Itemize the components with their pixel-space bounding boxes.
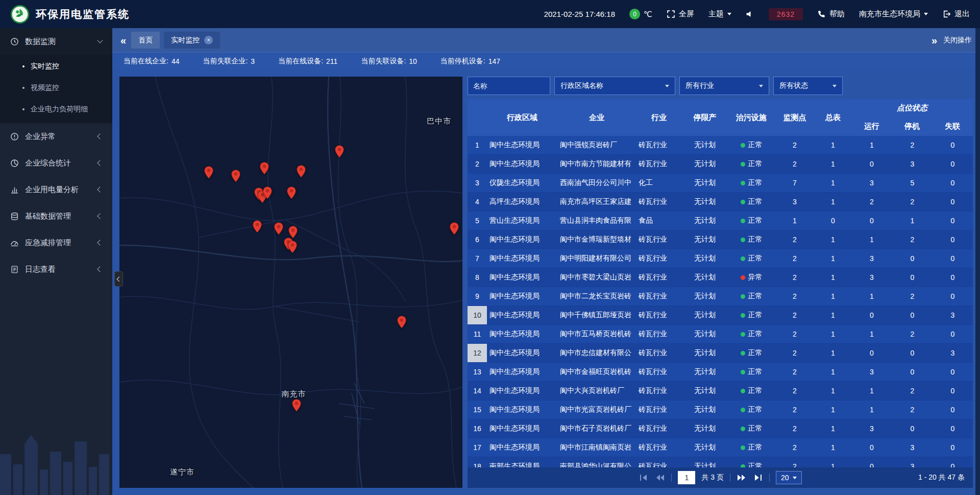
page-size-select[interactable]: 20	[776, 471, 802, 484]
sidebar-item-label: 企业综合统计	[25, 158, 98, 168]
fullscreen-button[interactable]: 全屏	[667, 9, 694, 19]
map-pin-icon[interactable]	[253, 220, 262, 233]
table-row[interactable]: 18南部生态环境局南部县鸿华山河有限公砖瓦行业无计划正常21030	[468, 457, 973, 467]
tab-1[interactable]: 实时监控×	[164, 32, 220, 49]
theme-dropdown[interactable]: 主题	[708, 9, 731, 19]
sidebar-subitem-2[interactable]: 企业电力负荷明细	[0, 99, 112, 120]
cell-facility: 正常	[728, 136, 775, 154]
map[interactable]: 巴中市南充市遂宁市	[119, 77, 462, 488]
map-pin-icon[interactable]	[397, 316, 407, 328]
help-label: 帮助	[829, 9, 845, 19]
cell-company: 阆中大兴页岩机砖厂	[557, 382, 636, 400]
map-pin-icon[interactable]	[288, 226, 298, 239]
cell-monitor-points: 2	[775, 306, 815, 324]
table-row[interactable]: 12阆中生态环境局阆中市忠信建材有限公砖瓦行业无计划正常21003	[468, 344, 973, 363]
sidebar-item-1[interactable]: 企业异常	[0, 123, 112, 150]
table-row[interactable]: 16阆中生态环境局阆中市石子页岩机砖厂砖瓦行业无计划正常21300	[468, 419, 973, 438]
status-dot	[741, 427, 745, 431]
table-row[interactable]: 14阆中生态环境局阆中大兴页岩机砖厂砖瓦行业无计划正常21120	[468, 382, 973, 400]
map-pin-icon[interactable]	[204, 166, 213, 179]
sidebar-subitem-0[interactable]: 实时监控	[0, 56, 112, 77]
sidebar-subitem-1[interactable]: 视频监控	[0, 77, 112, 99]
tab-0[interactable]: 首页	[131, 32, 160, 49]
cell-total-meter: 0	[815, 211, 851, 230]
table-row[interactable]: 3仪陇生态环境局西南油气田分公司川中化工无计划正常71350	[468, 174, 973, 193]
status-dot	[741, 181, 745, 185]
sidebar-item-3[interactable]: 企业用电量分析	[0, 176, 112, 203]
next-page-button[interactable]	[737, 474, 747, 481]
table-row[interactable]: 10阆中生态环境局阆中千佛镇五郎垭页岩砖瓦行业无计划正常21003	[468, 306, 973, 325]
sidebar-item-4[interactable]: 基础数据管理	[0, 203, 112, 229]
map-pin-icon[interactable]	[262, 186, 272, 199]
map-pin-icon[interactable]	[449, 222, 459, 235]
map-pin-icon[interactable]	[335, 145, 345, 158]
cell-industry: 食品	[636, 211, 682, 230]
tab-close-icon[interactable]: ×	[204, 36, 213, 44]
tab-scroll-right-icon[interactable]: »	[932, 35, 937, 45]
table-row[interactable]: 5营山生态环境局营山县润丰肉食品有限食品无计划正常10010	[468, 211, 973, 230]
speaker-icon[interactable]	[746, 10, 754, 18]
datetime-label: 2021-02-25 17:46:18	[544, 10, 615, 18]
table-row[interactable]: 17阆中生态环境局阆中市江南镇阆南页岩砖瓦行业无计划正常21030	[468, 438, 973, 457]
status-dot	[741, 332, 745, 337]
tab-scroll-left-icon[interactable]: «	[120, 35, 126, 45]
table-row[interactable]: 6阆中生态环境局阆中市金博瑞新型墙材砖瓦行业无计划正常21120	[468, 230, 973, 249]
skyline-decoration	[0, 423, 112, 495]
close-operations-button[interactable]: » 关闭操作	[932, 35, 972, 45]
industry-filter-select[interactable]: 所有行业	[679, 77, 769, 95]
page-number-input[interactable]	[678, 471, 695, 484]
table-row[interactable]: 4高坪生态环境局南充市高坪区王家店建砖瓦行业无计划正常31220	[468, 193, 973, 211]
cell-monitor-points: 2	[775, 249, 815, 268]
table-row[interactable]: 8阆中生态环境局阆中市枣碧大梁山页岩砖瓦行业无计划异常21300	[468, 268, 973, 287]
name-filter-input[interactable]	[468, 77, 550, 95]
cell-monitor-points: 2	[775, 419, 815, 438]
map-pin-icon[interactable]	[288, 241, 298, 253]
sidebar-group: 企业用电量分析	[0, 176, 112, 203]
sidebar-item-0[interactable]: 数据监测	[0, 28, 112, 55]
cell-lost: 3	[933, 306, 973, 324]
map-pin-icon[interactable]	[274, 222, 283, 235]
cell-total-meter: 1	[815, 363, 851, 381]
table-row[interactable]: 2阆中生态环境局阆中市南方节能建材有砖瓦行业无计划正常21030	[468, 155, 973, 174]
table-row[interactable]: 13阆中生态环境局阆中市金福旺页岩机砖砖瓦行业无计划正常21300	[468, 363, 973, 382]
status-filter-select[interactable]: 所有状态	[773, 77, 843, 95]
table-row[interactable]: 1阆中生态环境局阆中强锐页岩砖厂砖瓦行业无计划正常21120	[468, 136, 973, 155]
prev-page-button[interactable]	[655, 474, 665, 481]
region-filter-select[interactable]: 行政区域名称	[554, 77, 675, 95]
help-button[interactable]: 帮助	[817, 9, 845, 19]
facility-status-label: 正常	[748, 235, 763, 244]
last-page-button[interactable]	[753, 474, 763, 481]
scrollbar-track[interactable]	[975, 28, 980, 495]
sidebar-item-6[interactable]: 日志查看	[0, 256, 112, 282]
sidebar-item-5[interactable]: 应急减排管理	[0, 229, 112, 256]
cell-facility: 正常	[728, 363, 775, 381]
cell-stop-limit: 无计划	[682, 419, 728, 438]
map-pin-icon[interactable]	[259, 162, 269, 175]
table-row[interactable]: 15阆中生态环境局阆中市光富页岩机砖厂砖瓦行业无计划正常21120	[468, 400, 973, 419]
org-dropdown[interactable]: 南充市生态环境局	[859, 9, 928, 19]
first-page-button[interactable]	[639, 474, 649, 481]
sidebar-item-2[interactable]: 企业综合统计	[0, 150, 112, 176]
map-collapse-button[interactable]	[114, 271, 123, 287]
cell-total-meter: 1	[815, 287, 851, 305]
sidebar-group: 日志查看	[0, 256, 112, 282]
theme-label: 主题	[708, 9, 724, 19]
cell-stop: 3	[892, 457, 933, 467]
cell-stop-limit: 无计划	[682, 457, 728, 467]
cell-stop: 2	[892, 136, 933, 154]
cell-total-meter: 1	[815, 438, 851, 457]
cell-company: 阆中明阳建材有限公司	[557, 249, 636, 268]
logout-button[interactable]: 退出	[942, 9, 970, 19]
map-pin-icon[interactable]	[292, 399, 302, 412]
divider	[671, 474, 672, 482]
table-row[interactable]: 9阆中生态环境局阆中市二龙长宝页岩砖砖瓦行业无计划正常21120	[468, 287, 973, 306]
cell-industry: 砖瓦行业	[636, 155, 682, 173]
map-pin-icon[interactable]	[286, 186, 296, 199]
table-row[interactable]: 11阆中生态环境局阆中市五马桥页岩机砖砖瓦行业无计划正常21120	[468, 325, 973, 344]
map-pin-icon[interactable]	[297, 165, 306, 178]
notice-count-badge[interactable]: 2632	[769, 8, 803, 20]
map-pin-icon[interactable]	[231, 170, 241, 182]
table-row[interactable]: 7阆中生态环境局阆中明阳建材有限公司砖瓦行业无计划正常21300	[468, 249, 973, 268]
cell-company: 营山县润丰肉食品有限	[557, 211, 636, 230]
cell-total-meter: 1	[815, 136, 851, 154]
